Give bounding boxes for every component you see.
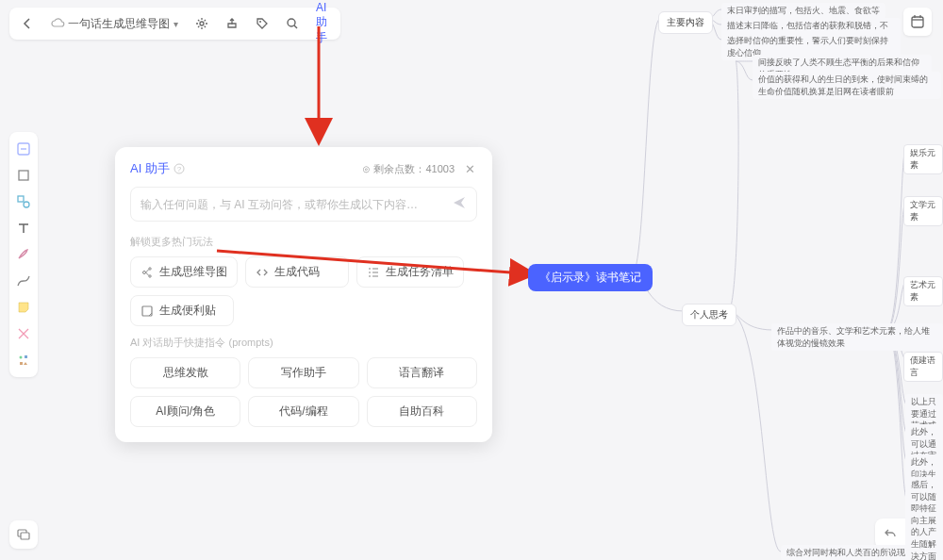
chevron-left-icon	[22, 18, 33, 29]
prompt-diverge[interactable]: 思维发散	[130, 357, 240, 388]
svg-point-2	[288, 19, 295, 26]
tool-shape[interactable]	[12, 190, 35, 213]
left-toolbar	[9, 132, 38, 377]
svg-rect-10	[19, 171, 28, 180]
checklist-icon	[367, 266, 380, 279]
send-button[interactable]	[452, 195, 467, 213]
layers-button[interactable]	[9, 520, 38, 549]
search-icon	[286, 17, 299, 30]
close-button[interactable]: ✕	[462, 162, 477, 176]
panel-title: AI 助手	[130, 160, 170, 177]
chevron-down-icon: ▾	[174, 19, 178, 29]
prompt-role[interactable]: AI顾问/角色	[130, 396, 240, 427]
minus-box-icon	[16, 141, 31, 156]
gear-icon	[195, 17, 208, 30]
shapes-icon	[16, 194, 31, 209]
doc-title[interactable]: 一句话生成思维导图 ▾	[45, 16, 184, 32]
topbar: 一句话生成思维导图 ▾ AI 助手	[9, 8, 340, 40]
prompt-writing[interactable]: 写作助手	[248, 357, 358, 388]
svg-point-13	[20, 356, 23, 359]
ai-assistant-panel: AI 助手 ? ⊙ 剩余点数：41003 ✕ 解锁更多热门玩法 生成思维导图 生…	[115, 147, 492, 442]
svg-rect-16	[21, 533, 29, 539]
ai-assistant-button[interactable]: AI 助手	[310, 11, 335, 36]
prompt-wiki[interactable]: 自助百科	[367, 396, 477, 427]
node-main-content[interactable]: 主要内容	[658, 11, 713, 34]
back-button[interactable]	[15, 11, 40, 36]
tool-sticky[interactable]	[12, 296, 35, 319]
svg-line-3	[294, 25, 297, 28]
cross-arrows-icon	[16, 326, 31, 341]
hot-actions-label: 解锁更多热门玩法	[130, 235, 477, 249]
svg-point-1	[259, 21, 261, 23]
chip-sticky[interactable]: 生成便利贴	[130, 295, 234, 326]
leaf-b3[interactable]: 感后，可以随即特征向主展的人产生随解决方面里，此外向，从而进一步演研会乐，文学和…	[905, 477, 943, 560]
svg-point-12	[24, 202, 29, 207]
points-remaining: ⊙ 剩余点数：41003	[362, 162, 455, 176]
code-icon	[256, 266, 269, 279]
leaf-d0[interactable]: 作品中的音乐、文学和艺术元素，给人堆体视觉的慢镜效果	[771, 323, 943, 351]
mindmap-root[interactable]: 《启示录》读书笔记	[528, 264, 653, 291]
export-button[interactable]	[220, 11, 244, 36]
doc-title-text: 一句话生成思维导图	[68, 16, 170, 32]
tool-pen[interactable]	[12, 243, 35, 266]
frame-icon	[16, 168, 31, 183]
tool-topic[interactable]	[12, 138, 35, 160]
tool-connector[interactable]	[12, 270, 35, 292]
prompt-code[interactable]: 代码/编程	[248, 396, 358, 427]
text-icon	[16, 221, 31, 236]
search-button[interactable]	[280, 11, 305, 36]
svg-rect-11	[18, 196, 24, 202]
sticky-note-icon	[16, 300, 31, 315]
pen-icon	[16, 247, 31, 262]
layers-icon	[16, 527, 31, 542]
leaf-footer[interactable]: 综合对同时构和人类百的所说现	[781, 545, 911, 560]
leaf-m0[interactable]: 末日审判的描写，包括火、地震、食欲等	[721, 3, 885, 19]
cloud-icon	[51, 17, 64, 30]
chip-code[interactable]: 生成代码	[245, 256, 349, 288]
svg-rect-14	[25, 355, 27, 358]
cat-art[interactable]: 艺术元素	[903, 276, 943, 306]
leaf-t1[interactable]: 价值的获得和人的生日的到来，使时间束缚的生命价值随机换算是旧网在读者眼前	[753, 72, 941, 99]
tool-xmind[interactable]	[12, 322, 35, 345]
tool-text[interactable]	[12, 217, 35, 239]
svg-point-19	[143, 271, 146, 273]
send-icon	[452, 195, 467, 210]
tool-more[interactable]	[12, 349, 35, 371]
cat-language[interactable]: 债建语言	[903, 352, 943, 382]
mindmap-icon	[141, 266, 154, 279]
cat-literature[interactable]: 文学元素	[903, 196, 943, 226]
tool-frame[interactable]	[12, 164, 35, 187]
svg-point-0	[200, 22, 204, 25]
ai-prompt-input[interactable]	[141, 198, 452, 211]
tag-button[interactable]	[250, 11, 274, 36]
action-chips: 生成思维导图 生成代码 生成任务清单 生成便利贴	[130, 256, 477, 326]
help-icon[interactable]: ?	[174, 163, 185, 174]
node-personal-thinking[interactable]: 个人思考	[682, 304, 736, 326]
chip-tasklist[interactable]: 生成任务清单	[356, 256, 464, 288]
svg-text:?: ?	[177, 165, 182, 173]
tag-icon	[256, 17, 269, 30]
settings-button[interactable]	[190, 11, 214, 36]
prompts-label: AI 对话助手快捷指令 (prompts)	[130, 336, 477, 350]
export-icon	[225, 17, 239, 30]
prompt-grid: 思维发散 写作助手 语言翻译 AI顾问/角色 代码/编程 自助百科	[130, 357, 477, 427]
curve-icon	[16, 273, 31, 288]
ai-input-row	[130, 187, 477, 222]
mindmap-canvas[interactable]: 《启示录》读书笔记 主要内容 个人思考 末日审判的描写，包括火、地震、食欲等 描…	[528, 0, 943, 560]
note-icon	[141, 305, 154, 318]
plus-shapes-icon	[16, 353, 31, 368]
prompt-translate[interactable]: 语言翻译	[367, 357, 477, 388]
cat-entertainment[interactable]: 娱乐元素	[903, 144, 943, 174]
chip-mindmap[interactable]: 生成思维导图	[130, 256, 238, 288]
